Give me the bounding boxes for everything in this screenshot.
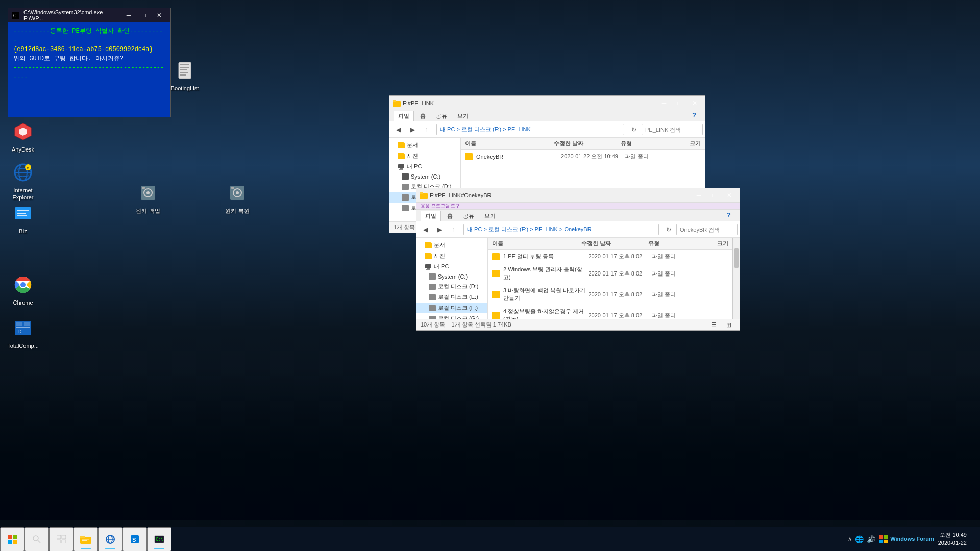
explorer2-tab-share[interactable]: 공유 [459, 211, 478, 221]
explorer2-sidebar-d[interactable]: 로컬 디스크 (D:) [416, 281, 487, 292]
network-tray-icon[interactable]: 🌐 [855, 535, 864, 543]
explorer2-sidebar-g[interactable]: 로컬 디스크 (G:) [416, 313, 487, 319]
explorer2-scrollbar[interactable] [732, 238, 740, 319]
explorer2-help[interactable]: ? [722, 209, 736, 221]
explorer2-view-list[interactable]: ☰ [707, 319, 720, 331]
svg-rect-38 [400, 168, 403, 169]
explorer1-up[interactable]: ↑ [420, 123, 433, 136]
taskbar[interactable]: S C:\ ∧ 🌐 🔊 Windo [0, 527, 980, 551]
explorer2-sidebar-e[interactable]: 로컬 디스크 (E:) [416, 292, 487, 303]
explorer1-back[interactable]: ◀ [391, 123, 405, 136]
explorer1-help[interactable]: ? [688, 109, 701, 121]
explorer1-refresh[interactable]: ↻ [627, 123, 641, 136]
explorer2-address[interactable]: 내 PC > 로컬 디스크 (F:) > PE_LINK > OnekeyBR [463, 224, 659, 235]
explorer2-item-4[interactable]: 4.정상부팅을 하지않은경우 제거(자동) 2020-01-17 오후 8:02… [488, 305, 732, 319]
explorer2-close[interactable]: ✕ [722, 190, 737, 201]
show-hidden-icons[interactable]: ∧ [848, 536, 852, 542]
explorer2-item-1[interactable]: 1.PE 멀티 부팅 등록 2020-01-17 오후 8:02 파일 폴더 [488, 250, 732, 263]
cmd-window-controls[interactable]: ─ □ ✕ [121, 10, 166, 21]
explorer-window-onekeybr[interactable]: F:#PE_LINK#OnekeyBR ─ □ ✕ 응용 프로그램 도구 파일 … [416, 188, 740, 331]
explorer2-search[interactable] [676, 224, 738, 235]
explorer2-up[interactable]: ↑ [447, 223, 460, 236]
cmd-window[interactable]: C C:\Windows\System32\cmd.exe - F:\WP...… [8, 8, 171, 117]
explorer1-sidebar-photos[interactable]: 사진 [389, 151, 460, 161]
search-button[interactable] [24, 527, 49, 552]
explorer2-main: 이름 수정한 날짜 유형 크기 1.PE 멀티 부팅 등록 2020-01-17… [488, 238, 732, 319]
cmd-titlebar[interactable]: C C:\Windows\System32\cmd.exe - F:\WP...… [8, 8, 170, 22]
cmd-separator-bottom: ----------------------------------------… [13, 63, 165, 82]
explorer2-back[interactable]: ◀ [419, 223, 432, 236]
cmd-maximize-button[interactable]: □ [137, 10, 151, 21]
cmd-title-text: C:\Windows\System32\cmd.exe - F:\WP... [23, 9, 121, 21]
explorer1-tab-view[interactable]: 보기 [453, 111, 473, 121]
explorer2-sidebar-f[interactable]: 로컬 디스크 (F:) [416, 303, 487, 313]
explorer1-tab-file[interactable]: 파일 [394, 111, 414, 121]
desktop-icon-chrome[interactable]: Chrome [3, 270, 43, 308]
explorer1-item-onekeybr[interactable]: OnekeyBR 2020-01-22 오전 10:49 파일 폴더 [461, 150, 705, 163]
explorer1-sidebar-docs[interactable]: 문서 [389, 140, 460, 151]
svg-rect-33 [180, 72, 188, 73]
explorer1-sidebar-c[interactable]: System (C:) [389, 172, 460, 181]
taskview-button[interactable] [49, 527, 74, 552]
desktop-icon-biz[interactable]: Biz [3, 199, 43, 237]
svg-rect-43 [427, 268, 430, 269]
bootinglist-icon [173, 58, 197, 83]
svg-text:C: C [13, 13, 16, 18]
explorer2-maximize[interactable]: □ [707, 190, 721, 201]
explorer2-forward[interactable]: ▶ [433, 223, 446, 236]
explorer2-item-3[interactable]: 3.바탕화면에 백업 복원 바로가기 만들기 2020-01-17 오후 8:0… [488, 284, 732, 305]
folder-icon-4 [492, 312, 500, 319]
explorer2-refresh[interactable]: ↻ [662, 223, 675, 236]
explorer2-tab-home[interactable]: 홈 [443, 211, 457, 221]
ie-icon: e [11, 160, 35, 185]
svg-rect-24 [142, 187, 145, 189]
explorer2-sidebar-mypc[interactable]: 내 PC [416, 261, 487, 272]
explorer2-sidebar-docs[interactable]: 문서 [416, 240, 487, 251]
explorer2-tab-file[interactable]: 파일 [421, 211, 441, 221]
explorer1-forward[interactable]: ▶ [406, 123, 419, 136]
explorer1-close[interactable]: ✕ [688, 97, 702, 109]
scroll-thumb[interactable] [734, 248, 739, 268]
taskbar-store-button[interactable]: S [122, 527, 147, 552]
explorer2-statusbar: 10개 항목 1개 항목 선택됨 1.74KB ☰ ⊞ [416, 319, 740, 330]
desktop-icon-wonki-backup[interactable]: 원키 백업 [128, 179, 168, 216]
explorer2-view-grid[interactable]: ⊞ [722, 319, 736, 331]
taskbar-date: 2020-01-22 [938, 539, 967, 547]
explorer1-minimize[interactable]: ─ [657, 97, 671, 109]
drive2-d-icon [429, 284, 436, 290]
svg-rect-31 [180, 67, 189, 68]
taskbar-explorer-button[interactable] [74, 527, 98, 552]
volume-tray-icon[interactable]: 🔊 [867, 535, 875, 543]
cmd-minimize-button[interactable]: ─ [121, 10, 136, 21]
explorer1-search[interactable] [642, 124, 703, 135]
taskbar-clock[interactable]: 오전 10:49 2020-01-22 [938, 531, 967, 547]
explorer1-address[interactable]: 내 PC > 로컬 디스크 (F:) > PE_LINK [436, 124, 624, 135]
explorer2-item-2[interactable]: 2.Windows 부팅 관리자 출력(참고) 2020-01-17 오후 8:… [488, 263, 732, 284]
explorer1-maximize[interactable]: □ [672, 97, 687, 109]
cmd-close-button[interactable]: ✕ [152, 10, 166, 21]
explorer1-tab-share[interactable]: 공유 [432, 111, 451, 121]
desktop-icon-ie[interactable]: e Internet Explorer [3, 158, 43, 204]
explorer2-item-count: 10개 항목 1개 항목 선택됨 1.74KB [421, 321, 511, 329]
desktop-icon-anydesk[interactable]: AnyDesk [3, 117, 43, 155]
svg-rect-62 [80, 536, 85, 538]
taskbar-ie-button[interactable] [98, 527, 122, 552]
desktop-icon-wonki-restore[interactable]: 원키 복원 [217, 179, 258, 216]
explorer2-tab-view[interactable]: 보기 [480, 211, 500, 221]
svg-rect-11 [17, 213, 26, 214]
explorer1-sidebar-mypc[interactable]: 내 PC [389, 161, 460, 172]
explorer1-titlebar[interactable]: F:#PE_LINK ─ □ ✕ [389, 96, 705, 110]
drive2-e-icon [429, 294, 436, 300]
svg-rect-75 [884, 539, 888, 543]
start-button[interactable] [0, 527, 24, 552]
explorer2-sidebar-photos[interactable]: 사진 [416, 251, 487, 261]
explorer1-tab-home[interactable]: 홈 [416, 111, 430, 121]
totalcmd-icon: TC [11, 316, 35, 340]
explorer2-sidebar-c[interactable]: System (C:) [416, 272, 487, 281]
explorer2-titlebar[interactable]: F:#PE_LINK#OnekeyBR ─ □ ✕ [416, 188, 740, 203]
show-desktop-button[interactable] [971, 529, 975, 549]
desktop-icon-totalcmd[interactable]: TC TotalComp... [3, 314, 43, 352]
explorer2-sidebar: 문서 사진 내 PC System (C:) 로컬 디스크 (D:) [416, 238, 488, 319]
taskbar-cmd-button[interactable]: C:\ [147, 527, 172, 552]
explorer2-minimize[interactable]: ─ [692, 190, 706, 201]
